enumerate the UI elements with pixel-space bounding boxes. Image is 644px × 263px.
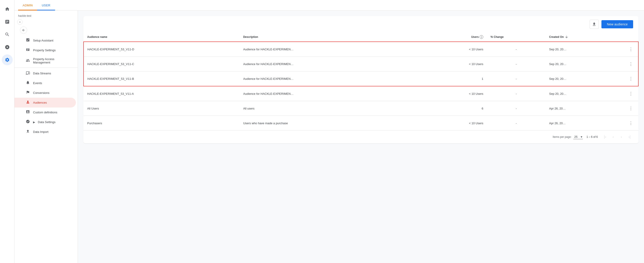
users-cell: < 10 Users (422, 116, 487, 131)
data-settings-icon (25, 119, 30, 125)
audience-name-cell: All Users (84, 101, 240, 116)
created-cell: Sep 20, 20… (546, 71, 624, 86)
sidebar-item-events[interactable]: Events (14, 78, 76, 88)
more-options-button[interactable]: ⋮ (627, 60, 634, 68)
setup-assistant-icon (25, 38, 30, 43)
advertising-nav-icon[interactable] (2, 42, 13, 53)
reports-nav-icon[interactable] (2, 16, 13, 27)
tabs-header: ADMIN USER (14, 0, 644, 11)
table-header-row: Audience name Description Users i % Chan… (84, 33, 638, 42)
table-row: HACKLE-EXPERIMENT_53_V11-AAudience for H… (84, 86, 638, 101)
change-cell: - (487, 57, 546, 71)
items-per-page-label: Items per page: (553, 135, 572, 139)
change-cell: - (487, 42, 546, 57)
sidebar-item-conversions[interactable]: Conversions (14, 88, 76, 98)
th-audience-name: Audience name (84, 33, 240, 42)
users-cell: 6 (422, 101, 487, 116)
admin-nav-icon[interactable] (2, 54, 13, 65)
next-page-button[interactable]: › (618, 133, 625, 141)
prev-page-button[interactable]: ‹ (610, 133, 617, 141)
change-cell: - (487, 116, 546, 131)
th-change: % Change (487, 33, 546, 42)
events-icon (25, 81, 30, 86)
sidebar-item-data-import[interactable]: Data Import (14, 127, 76, 137)
users-cell: < 10 Users (422, 57, 487, 71)
data-settings-label: Data Settings (38, 120, 56, 124)
more-options-button[interactable]: ⋮ (627, 75, 634, 82)
conversions-icon (25, 90, 30, 95)
users-cell: < 10 Users (422, 86, 487, 101)
more-options-button[interactable]: ⋮ (627, 105, 634, 112)
pagination-info: 1 – 6 of 6 (586, 135, 598, 139)
property-access-icon (25, 58, 30, 64)
audience-name-cell: HACKLE-EXPERIMENT_53_V11-A (84, 86, 240, 101)
sidebar-item-custom-definitions[interactable]: Custom definitions (14, 107, 76, 117)
conversions-label: Conversions (33, 91, 49, 95)
new-audience-button[interactable]: New audience (602, 20, 633, 28)
users-cell: 1 (422, 71, 487, 86)
description-cell: Users who have made a purchase (240, 116, 422, 131)
more-options-button[interactable]: ⋮ (627, 90, 634, 97)
audiences-table: Audience name Description Users i % Chan… (83, 33, 638, 130)
explore-nav-icon[interactable] (2, 29, 13, 40)
more-options-button[interactable]: ⋮ (627, 119, 634, 127)
action-cell: ⋮ (624, 86, 638, 101)
table-body: HACKLE-EXPERIMENT_53_V11-DAudience for H… (84, 42, 638, 130)
description-cell: Audience for HACKLE-EXPERIMEN… (240, 42, 422, 57)
content-row: hackle-test Setup Assistant (14, 11, 644, 263)
more-options-button[interactable]: ⋮ (627, 46, 634, 53)
sidebar: hackle-test Setup Assistant (14, 11, 78, 263)
table-row: HACKLE-EXPERIMENT_53_V11-CAudience for H… (84, 57, 638, 71)
table-row: All UsersAll users6-Apr 26, 20…⋮ (84, 101, 638, 116)
action-cell: ⋮ (624, 116, 638, 131)
tab-user[interactable]: USER (37, 0, 55, 11)
change-cell: - (487, 86, 546, 101)
change-cell: - (487, 101, 546, 116)
audience-name-cell: HACKLE-EXPERIMENT_53_V11-C (84, 57, 240, 71)
data-streams-icon (25, 71, 30, 76)
users-cell: < 10 Users (422, 42, 487, 57)
audience-name-cell: HACKLE-EXPERIMENT_53_V11-D (84, 42, 240, 57)
first-page-button[interactable]: |‹ (602, 133, 609, 141)
items-per-page: Items per page: 25 50 100 ▼ (553, 135, 583, 139)
data-import-icon (25, 129, 30, 134)
main-area: ADMIN USER hackle-test Setup As (14, 0, 644, 263)
sidebar-item-property-access[interactable]: Property Access Management (14, 55, 76, 66)
property-access-label: Property Access Management (33, 57, 72, 64)
sidebar-item-property-settings[interactable]: Property Settings (14, 45, 76, 55)
action-cell: ⋮ (624, 71, 638, 86)
audience-name-cell: HACKLE-EXPERIMENT_53_V11-B (84, 71, 240, 86)
pagination-buttons: |‹ ‹ › ›| (602, 133, 633, 141)
events-label: Events (33, 81, 42, 85)
tab-admin[interactable]: ADMIN (18, 0, 37, 11)
sidebar-item-data-streams[interactable]: Data Streams (14, 69, 76, 78)
download-button[interactable] (590, 20, 599, 29)
sidebar-item-data-settings[interactable]: ▶ Data Settings (14, 117, 76, 127)
description-cell: Audience for HACKLE-EXPERIMEN… (240, 71, 422, 86)
custom-definitions-icon (25, 110, 30, 115)
per-page-wrapper: 25 50 100 ▼ (573, 135, 583, 139)
audience-name-cell: Purchasers (84, 116, 240, 131)
per-page-select[interactable]: 25 50 100 (573, 135, 583, 139)
custom-definitions-label: Custom definitions (33, 111, 57, 114)
description-cell: All users (240, 101, 422, 116)
property-settings-label: Property Settings (33, 49, 56, 52)
audiences-label: Audiences (33, 101, 47, 104)
th-created-on[interactable]: Created On (546, 33, 624, 42)
home-nav-icon[interactable] (2, 4, 13, 15)
action-cell: ⋮ (624, 101, 638, 116)
created-cell: Apr 26, 20… (546, 101, 624, 116)
data-streams-label: Data Streams (33, 72, 51, 75)
sidebar-item-audiences[interactable]: Audiences (14, 98, 76, 107)
last-page-button[interactable]: ›| (626, 133, 633, 141)
users-info-icon[interactable]: i (480, 35, 483, 39)
scroll-up-btn[interactable] (17, 19, 23, 25)
audiences-icon (25, 100, 30, 105)
sidebar-item-setup-assistant[interactable]: Setup Assistant (14, 36, 76, 45)
back-button[interactable] (20, 27, 27, 34)
main-panel: New audience Audience name Description U… (78, 11, 644, 263)
data-import-label: Data Import (33, 130, 48, 134)
created-cell: Sep 20, 20… (546, 86, 624, 101)
description-cell: Audience for HACKLE-EXPERIMEN… (240, 86, 422, 101)
th-users: Users i (422, 33, 487, 42)
